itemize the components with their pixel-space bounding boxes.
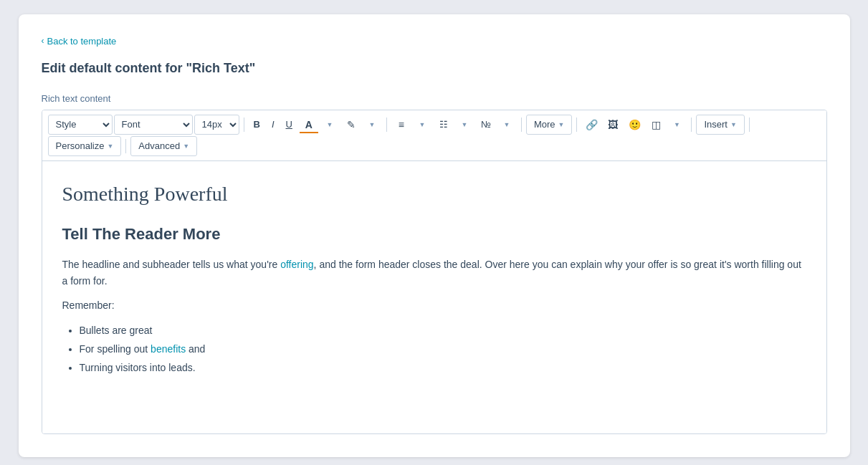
align-arrow-button[interactable]: ▼: [412, 115, 432, 135]
table-button[interactable]: ◫: [646, 115, 666, 135]
section-label: Rich text content: [42, 93, 827, 104]
personalize-arrow-icon: ▼: [107, 143, 113, 150]
personalize-label: Personalize: [56, 140, 105, 151]
list-item-1: Bullets are great: [80, 322, 806, 338]
unordered-list-button[interactable]: ☷: [434, 115, 454, 135]
back-to-template-link[interactable]: ‹ Back to template: [42, 36, 117, 47]
content-heading1: Something Powerful: [62, 178, 806, 211]
divider-2: [386, 118, 387, 132]
font-color-button[interactable]: A: [299, 115, 319, 135]
align-button[interactable]: ≡: [391, 115, 411, 135]
ordered-list-arrow-button[interactable]: ▼: [497, 115, 517, 135]
benefits-link[interactable]: benefits: [151, 343, 186, 355]
insert-label: Insert: [704, 119, 728, 130]
link-button[interactable]: 🔗: [581, 115, 601, 135]
highlight-button[interactable]: ✎: [341, 115, 361, 135]
advanced-label: Advanced: [138, 140, 180, 151]
divider-4: [576, 118, 577, 132]
divider-3: [521, 118, 522, 132]
style-select[interactable]: Style: [48, 115, 113, 135]
font-color-arrow-button[interactable]: ▼: [320, 115, 340, 135]
divider-1: [244, 118, 244, 132]
personalize-button[interactable]: Personalize ▼: [48, 136, 122, 156]
size-select[interactable]: 14px: [194, 115, 239, 135]
ordered-list-button[interactable]: №: [476, 115, 496, 135]
content-paragraph1: The headline and subheader tells us what…: [62, 257, 806, 289]
font-select[interactable]: Font: [114, 115, 193, 135]
more-button[interactable]: More ▼: [526, 115, 573, 135]
bullet2-after: and: [186, 343, 205, 355]
more-arrow-icon: ▼: [558, 121, 565, 128]
list-item-2: For spelling out benefits and: [80, 341, 806, 357]
rich-text-editor: Style Font 14px B I U A ▼ ✎: [42, 110, 827, 434]
offering-link[interactable]: offering: [280, 259, 313, 270]
content-heading2: Tell The Reader More: [62, 221, 806, 246]
image-button[interactable]: 🖼: [603, 115, 623, 135]
divider-6: [749, 118, 750, 132]
highlight-arrow-button[interactable]: ▼: [362, 115, 382, 135]
content-paragraph2: Remember:: [62, 297, 806, 313]
bullet-list: Bullets are great For spelling out benef…: [80, 322, 806, 376]
font-color-group: A ▼: [299, 115, 340, 135]
ordered-list-group: № ▼: [476, 115, 517, 135]
back-link-label: Back to template: [47, 36, 117, 47]
page-title: Edit default content for "Rich Text": [42, 61, 827, 76]
align-group: ≡ ▼: [391, 115, 432, 135]
editor-card: ‹ Back to template Edit default content …: [19, 14, 850, 457]
highlight-group: ✎ ▼: [341, 115, 382, 135]
italic-button[interactable]: I: [267, 115, 280, 135]
list-item-3: Turning visitors into leads.: [80, 360, 806, 375]
divider-5: [691, 118, 692, 132]
more-label: More: [534, 119, 555, 130]
table-arrow-button[interactable]: ▼: [667, 115, 687, 135]
font-color-indicator: [300, 132, 318, 133]
editor-content-area[interactable]: Something Powerful Tell The Reader More …: [42, 161, 826, 433]
chevron-left-icon: ‹: [42, 36, 44, 46]
unordered-list-arrow-button[interactable]: ▼: [454, 115, 474, 135]
bold-button[interactable]: B: [249, 115, 265, 135]
unordered-list-group: ☷ ▼: [434, 115, 474, 135]
advanced-arrow-icon: ▼: [183, 143, 189, 150]
editor-toolbar: Style Font 14px B I U A ▼ ✎: [42, 110, 826, 161]
advanced-button[interactable]: Advanced ▼: [130, 136, 197, 156]
insert-arrow-icon: ▼: [730, 121, 737, 128]
bullet2-before: For spelling out: [80, 343, 151, 355]
paragraph1-before: The headline and subheader tells us what…: [62, 259, 281, 270]
divider-7: [125, 139, 126, 153]
underline-button[interactable]: U: [281, 115, 297, 135]
insert-button[interactable]: Insert ▼: [696, 115, 744, 135]
emoji-button[interactable]: 🙂: [624, 115, 644, 135]
table-group: ◫ ▼: [646, 115, 687, 135]
